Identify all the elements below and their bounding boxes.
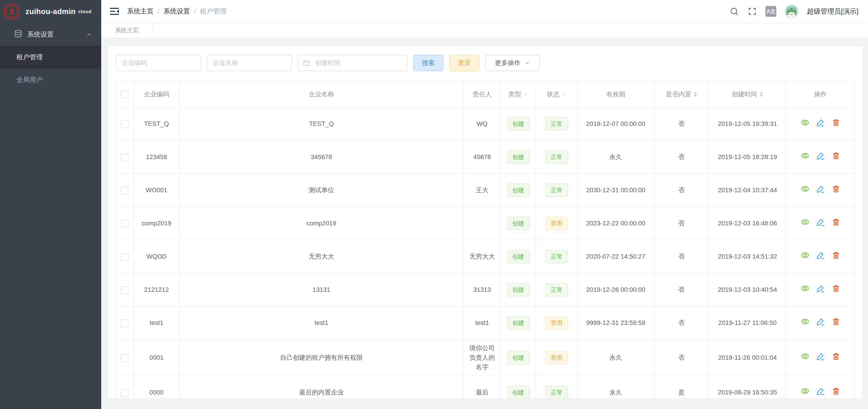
edit-icon[interactable] bbox=[816, 284, 825, 293]
breadcrumb-item: 租户管理 bbox=[200, 7, 226, 16]
cell-created: 2019-12-05 18:28:19 bbox=[709, 140, 786, 174]
edit-icon[interactable] bbox=[816, 317, 825, 326]
cell-expire: 2019-12-07 00:00:00 bbox=[577, 107, 654, 140]
content-area: 搜索 重置 更多操作 企业编码 bbox=[101, 38, 868, 409]
view-icon[interactable] bbox=[801, 284, 809, 293]
col-header-code: 企业编码 bbox=[134, 81, 179, 107]
edit-icon[interactable] bbox=[816, 387, 825, 395]
cell-name: test1 bbox=[179, 306, 464, 339]
type-badge: 创建 bbox=[507, 351, 530, 365]
col-header-select bbox=[116, 81, 134, 107]
delete-icon[interactable] bbox=[832, 284, 840, 293]
cell-owner: 王大 bbox=[464, 174, 501, 207]
row-checkbox[interactable] bbox=[121, 354, 128, 362]
edit-icon[interactable] bbox=[816, 218, 825, 226]
edit-icon[interactable] bbox=[816, 118, 825, 127]
sort-icon[interactable] bbox=[693, 91, 697, 97]
tab-home[interactable]: 系统主页 bbox=[101, 23, 153, 38]
more-actions-button[interactable]: 更多操作 bbox=[485, 55, 540, 71]
delete-icon[interactable] bbox=[832, 184, 840, 193]
row-actions bbox=[801, 218, 840, 226]
view-icon[interactable] bbox=[801, 317, 809, 326]
row-checkbox[interactable] bbox=[121, 253, 128, 261]
edit-icon[interactable] bbox=[816, 352, 825, 361]
view-icon[interactable] bbox=[801, 251, 809, 260]
col-header-status[interactable]: 状态 bbox=[536, 81, 577, 107]
user-name[interactable]: 超级管理员[演示] bbox=[807, 7, 859, 16]
edit-icon[interactable] bbox=[816, 251, 825, 260]
table-row: 0000 最后的内置企业 最后 创建 正常 永久 是 2019-08-29 16… bbox=[116, 376, 855, 409]
breadcrumb-item[interactable]: 系统设置 bbox=[163, 7, 190, 16]
avatar[interactable] bbox=[785, 5, 798, 18]
cell-code: TEST_Q bbox=[134, 107, 179, 140]
main-area: 系统主页/系统设置/租户管理 A文 超级管理员[演示] 系统主页 bbox=[101, 0, 868, 409]
table-row: TEST_Q TEST_Q WQ 创建 正常 2019-12-07 00:00:… bbox=[116, 107, 855, 140]
chevron-up-icon bbox=[86, 31, 92, 38]
row-actions bbox=[801, 184, 840, 193]
logo-letter: Z bbox=[6, 6, 18, 18]
cell-created: 2019-12-04 10:37:44 bbox=[709, 174, 786, 207]
cell-code: test1 bbox=[134, 306, 179, 339]
breadcrumb-item[interactable]: 系统主页 bbox=[127, 7, 154, 16]
col-header-type[interactable]: 类型 bbox=[501, 81, 536, 107]
row-checkbox[interactable] bbox=[121, 220, 128, 228]
app-logo[interactable]: Z zuihou-admin cloud bbox=[0, 0, 101, 23]
type-badge: 创建 bbox=[507, 250, 530, 263]
cell-created: 2019-11-27 11:06:50 bbox=[709, 306, 786, 339]
row-actions bbox=[801, 387, 840, 395]
search-icon[interactable] bbox=[730, 7, 739, 16]
table-row: 123456 345678 45678 创建 正常 永久 否 2019-12-0… bbox=[116, 140, 855, 174]
breadcrumb: 系统主页/系统设置/租户管理 bbox=[127, 7, 226, 16]
cell-builtin: 否 bbox=[654, 140, 709, 174]
delete-icon[interactable] bbox=[832, 218, 840, 226]
sidebar-item[interactable]: 租户管理 bbox=[0, 46, 101, 69]
col-header-created[interactable]: 创建时间 bbox=[709, 81, 786, 107]
cell-name: 自己创建的租户拥有所有权限 bbox=[179, 339, 464, 376]
cell-expire: 2019-12-26 00:00:00 bbox=[577, 273, 654, 306]
delete-icon[interactable] bbox=[832, 317, 840, 326]
cell-created: 2019-12-05 19:39:31 bbox=[709, 107, 786, 140]
cell-code: 0001 bbox=[134, 339, 179, 376]
delete-icon[interactable] bbox=[832, 352, 840, 361]
delete-icon[interactable] bbox=[832, 151, 840, 160]
reset-button[interactable]: 重置 bbox=[449, 55, 479, 71]
cell-owner: 最后 bbox=[464, 376, 501, 409]
row-checkbox[interactable] bbox=[121, 154, 128, 161]
select-all-checkbox[interactable] bbox=[121, 91, 128, 98]
language-switch-icon[interactable]: A文 bbox=[766, 6, 776, 17]
edit-icon[interactable] bbox=[816, 151, 825, 160]
view-icon[interactable] bbox=[801, 151, 809, 160]
col-header-builtin[interactable]: 是否内置 bbox=[654, 81, 709, 107]
view-icon[interactable] bbox=[801, 118, 809, 127]
view-icon[interactable] bbox=[801, 184, 809, 193]
type-badge: 创建 bbox=[507, 150, 530, 164]
delete-icon[interactable] bbox=[832, 387, 840, 395]
row-actions bbox=[801, 151, 840, 160]
code-input[interactable] bbox=[116, 55, 201, 71]
sidebar-collapse-button[interactable] bbox=[110, 7, 119, 15]
row-checkbox[interactable] bbox=[121, 389, 128, 397]
row-checkbox[interactable] bbox=[121, 121, 128, 128]
delete-icon[interactable] bbox=[832, 118, 840, 127]
fullscreen-icon[interactable] bbox=[748, 7, 757, 16]
sidebar-item[interactable]: 全局用户 bbox=[0, 69, 101, 91]
date-input[interactable] bbox=[298, 55, 407, 71]
view-icon[interactable] bbox=[801, 387, 809, 395]
cell-expire: 9999-12-31 23:59:59 bbox=[577, 306, 654, 339]
search-button[interactable]: 搜索 bbox=[413, 55, 443, 71]
status-badge: 禁用 bbox=[545, 351, 568, 365]
sidebar-group-system-settings[interactable]: 系统设置 bbox=[0, 23, 101, 46]
name-input[interactable] bbox=[207, 55, 292, 71]
row-checkbox[interactable] bbox=[121, 187, 128, 195]
cell-expire: 2023-12-22 00:00:00 bbox=[577, 207, 654, 240]
view-icon[interactable] bbox=[801, 218, 809, 226]
edit-icon[interactable] bbox=[816, 184, 825, 193]
cell-expire: 永久 bbox=[577, 140, 654, 174]
delete-icon[interactable] bbox=[832, 251, 840, 260]
view-icon[interactable] bbox=[801, 352, 809, 361]
date-picker[interactable] bbox=[298, 55, 407, 71]
sort-icon[interactable] bbox=[760, 91, 763, 97]
row-checkbox[interactable] bbox=[121, 319, 128, 327]
row-checkbox[interactable] bbox=[121, 286, 128, 294]
cell-code: 2121212 bbox=[134, 273, 179, 306]
